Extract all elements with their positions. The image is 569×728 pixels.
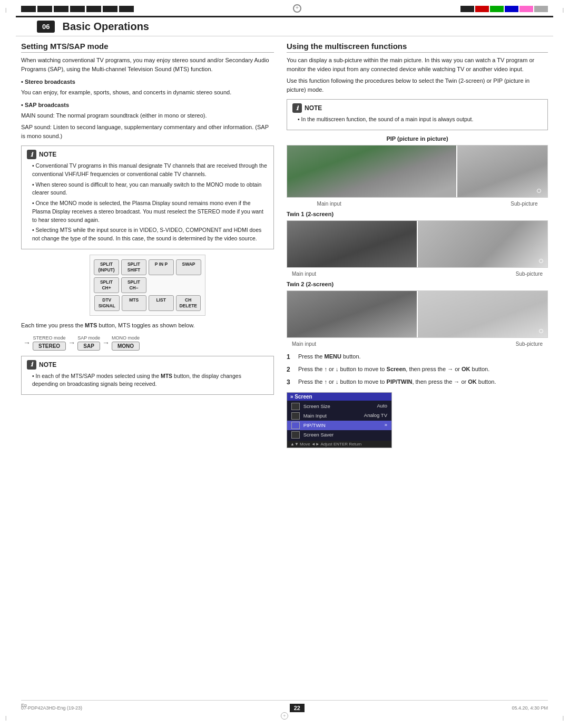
- menu-item-screen-saver: Screen Saver: [287, 430, 391, 440]
- remote-btn-split-chminus: SPLITCH–: [121, 277, 146, 293]
- right-note-icon: ℹ: [292, 103, 302, 113]
- note-item-2-0: In each of the MTS/SAP modes selected us…: [27, 372, 268, 389]
- step-2-num: 2: [287, 365, 294, 374]
- remote-btn-mts: MTS: [122, 295, 147, 311]
- right-note-item-0: In the multiscreen function, the sound o…: [292, 115, 542, 124]
- menu-title-bar: » Screen: [287, 393, 391, 401]
- menu-item-screen-size: Screen Size Auto: [287, 402, 391, 411]
- note-header-1: ℹ NOTE: [27, 150, 268, 159]
- mts-arrow-1: →: [68, 338, 75, 347]
- pip-sub-label: Sub-picture: [511, 201, 537, 207]
- note-item-1-3: Selecting MTS while the input source is …: [27, 226, 268, 243]
- color-block-pink: [519, 6, 533, 12]
- right-procedure-intro: Use this function following the procedur…: [287, 76, 548, 94]
- menu-item-pip-twin-value: »: [385, 422, 387, 429]
- deco-block: [103, 6, 117, 12]
- stereo-heading: • Stereo broadcasts: [21, 77, 274, 86]
- menu-footer-text: ▲▼ Move ◄► Adjust ENTER Return: [290, 442, 361, 446]
- sap-secondary-text: SAP sound: Listen to second language, su…: [21, 123, 274, 140]
- right-note-header: ℹ NOTE: [292, 103, 542, 113]
- pip-sub-dot: [537, 189, 541, 193]
- deco-block: [70, 6, 85, 12]
- note-header-2: ℹ NOTE: [27, 360, 268, 370]
- menu-item-screen-saver-label: Screen Saver: [291, 431, 333, 439]
- color-block-black: [460, 6, 474, 12]
- mts-sap-mode: SAP mode SAP: [77, 335, 100, 351]
- mts-sap-box: SAP: [77, 342, 100, 351]
- menu-items: Screen Size Auto Main Input Analog TV PI…: [287, 401, 391, 441]
- note-label-1: NOTE: [39, 151, 56, 158]
- twin2-sub-dot: [539, 329, 543, 333]
- remote-btn-split-chplus: SPLITCH+: [94, 277, 119, 293]
- menu-item-screen-size-value: Auto: [377, 403, 387, 410]
- step-2-text: Press the ↑ or ↓ button to move to Scree…: [298, 365, 489, 374]
- note-item-1-2: Once the MONO mode is selected, the Plas…: [27, 199, 268, 224]
- menu-title: » Screen: [290, 394, 312, 400]
- right-section-title: Using the multiscreen functions: [287, 42, 548, 53]
- note-icon-2: ℹ: [27, 360, 36, 370]
- deco-block: [21, 6, 36, 12]
- step-3-text: Press the ↑ or ↓ button to move to PIP/T…: [298, 377, 496, 387]
- pip-title: PIP (picture in picture): [287, 135, 548, 142]
- page-header: 06 Basic Operations: [16, 16, 553, 36]
- left-column: Setting MTS/SAP mode When watching conve…: [21, 42, 274, 451]
- pip-image-container: [287, 145, 548, 198]
- mts-sap-label: SAP mode: [77, 335, 100, 341]
- mts-mono-box: MONO: [112, 342, 140, 351]
- steps-list: 1 Press the MENU button. 2 Press the ↑ o…: [287, 352, 548, 387]
- footer-left-text: 07-PDP42A3HD-Eng (19-23): [21, 705, 82, 711]
- main-content: Setting MTS/SAP mode When watching conve…: [0, 42, 569, 451]
- twin2-sub-label: Sub-picture: [516, 341, 543, 347]
- menu-item-main-input: Main Input Analog TV: [287, 411, 391, 421]
- lang-label: En: [21, 703, 27, 708]
- twin1-image: [287, 220, 548, 268]
- color-block-red: [475, 6, 489, 12]
- step-1-num: 1: [287, 352, 294, 362]
- menu-item-pip-twin-label: PIP/TWIN: [291, 422, 326, 429]
- deco-block: [119, 6, 134, 12]
- color-block-gray: [534, 6, 548, 12]
- note-item-1-1: When stereo sound is difficult to hear, …: [27, 181, 268, 198]
- corner-bl: |: [5, 715, 6, 721]
- deco-block: [86, 6, 101, 12]
- twin1-left: [287, 221, 417, 267]
- corner-br: |: [563, 715, 564, 721]
- stereo-text: You can enjoy, for example, sports, show…: [21, 88, 274, 97]
- twin2-left: [287, 291, 417, 337]
- twin1-title: Twin 1 (2-screen): [287, 211, 548, 217]
- center-marker: [293, 4, 301, 13]
- remote-btn-swap: SWAP: [176, 259, 201, 275]
- right-note-box: ℹ NOTE In the multiscreen function, the …: [287, 99, 548, 130]
- mts-caption: Each time you press the MTS button, MTS …: [21, 321, 274, 330]
- mts-arrow-2: →: [102, 338, 110, 347]
- page-number: 22: [290, 704, 305, 712]
- step-1: 1 Press the MENU button.: [287, 352, 548, 362]
- mts-mono-label: MONO mode: [112, 335, 140, 341]
- pip-main-label: Main input: [317, 201, 341, 207]
- mts-diagram: → STEREO mode STEREO → SAP mode SAP → MO…: [21, 335, 274, 351]
- corner-tl: |: [5, 7, 6, 13]
- deco-block: [54, 6, 68, 12]
- pip-labels: Main input Sub-picture: [287, 201, 548, 207]
- footer-right-text: 05.4.20, 4:30 PM: [512, 705, 548, 711]
- twin2-labels: Main input Sub-picture: [287, 341, 548, 347]
- pip-image: [287, 145, 548, 198]
- step-3: 3 Press the ↑ or ↓ button to move to PIP…: [287, 377, 548, 387]
- bottom-center-mark: +: [281, 712, 288, 720]
- twin2-image: [287, 290, 548, 338]
- step-2: 2 Press the ↑ or ↓ button to move to Scr…: [287, 365, 548, 374]
- menu-item-main-input-label: Main Input: [291, 412, 327, 420]
- twin2-right: [417, 291, 547, 337]
- remote-btn-split-shift: SPLITSHIFT: [121, 259, 146, 275]
- mts-stereo-label: STEREO mode: [33, 335, 66, 341]
- step-3-num: 3: [287, 377, 294, 387]
- twin1-right: [417, 221, 547, 267]
- top-bar: [0, 0, 569, 14]
- color-block-blue: [505, 6, 518, 12]
- note-label-2: NOTE: [39, 361, 56, 368]
- mts-mono-mode: MONO mode MONO: [112, 335, 140, 351]
- twin1-main-label: Main input: [292, 271, 316, 277]
- right-intro: You can display a sub-picture within the…: [287, 56, 548, 73]
- remote-btn-dtv: DTVSIGNAL: [94, 295, 120, 311]
- menu-screenshot: » Screen Screen Size Auto Main Input Ana…: [287, 392, 392, 448]
